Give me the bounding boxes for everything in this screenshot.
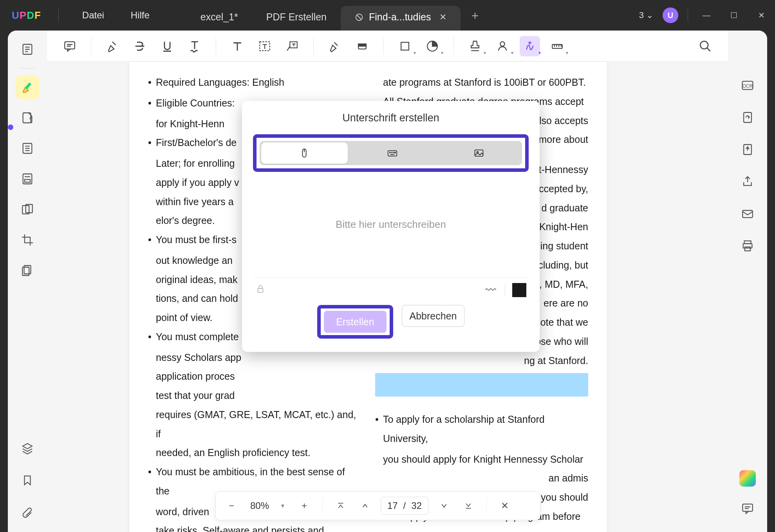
zoom-in-button[interactable]: + (296, 497, 313, 514)
document-tabs: excel_1* PDF Erstellen Find-a...tudies ✕… (186, 0, 490, 31)
svg-rect-60 (742, 504, 753, 511)
open-docs-count[interactable]: 3⌄ (639, 10, 653, 20)
mode-mouse[interactable] (261, 142, 348, 164)
convert-icon[interactable] (736, 106, 759, 129)
text: ng at Stanford. (375, 351, 588, 370)
outline-icon[interactable] (16, 137, 39, 160)
svg-point-31 (500, 41, 504, 46)
ocr-icon[interactable]: OCR (736, 74, 759, 97)
next-page-button[interactable] (435, 497, 453, 514)
highlighter-icon[interactable] (16, 76, 39, 99)
signature-canvas[interactable]: Bitte hier unterschreiben (253, 172, 529, 278)
page-navigator: − 80%▼ + 17 / 32 ✕ (215, 491, 540, 520)
svg-rect-59 (745, 247, 750, 251)
print-icon[interactable] (736, 234, 759, 258)
measure-tool[interactable]: ▾ (547, 36, 567, 56)
mode-image[interactable] (435, 141, 522, 165)
pencil-tool[interactable] (325, 36, 345, 56)
svg-point-37 (700, 41, 708, 49)
annotation-toolbar: ▾ ▾ ▾ ▾ ▾ ▾ (47, 31, 728, 62)
svg-point-42 (390, 152, 390, 153)
create-button[interactable]: Erstellen (324, 311, 387, 333)
zoom-out-button[interactable]: − (223, 497, 240, 514)
crop-icon[interactable] (16, 228, 39, 252)
comment-tool[interactable] (60, 36, 80, 56)
note-tool-icon[interactable] (16, 106, 39, 130)
svg-rect-27 (358, 44, 366, 46)
export-icon[interactable] (736, 138, 759, 161)
textbox-tool[interactable] (255, 36, 275, 56)
color-swatch[interactable] (512, 283, 526, 297)
placeholder-text: Bitte hier unterschreiben (336, 218, 446, 231)
text: Eligible Countries: (156, 97, 235, 108)
stamp-tool[interactable]: ▾ (465, 36, 485, 56)
text-tool[interactable] (227, 36, 247, 56)
text: test that your grad (148, 386, 361, 405)
lock-icon[interactable] (255, 284, 266, 297)
canvas: ▾ ▾ ▾ ▾ ▾ ▾ Required Languages: English … (47, 31, 728, 532)
text: You must be first-s (156, 234, 237, 245)
modal-title: Unterschrift erstellen (253, 112, 529, 124)
tutorial-highlight-create: Erstellen (317, 305, 393, 339)
text: needed, an English proficiency test. (148, 443, 361, 462)
strikethrough-tool[interactable] (130, 36, 150, 56)
tab-label: PDF Erstellen (266, 11, 327, 23)
close-button[interactable]: ✕ (752, 6, 770, 24)
search-icon[interactable] (695, 36, 715, 56)
signature-tool[interactable]: ▾ (520, 36, 540, 56)
menu-help[interactable]: Hilfe (131, 10, 150, 21)
first-page-button[interactable] (332, 497, 349, 514)
signature-mode-tabs (260, 141, 522, 165)
sticker-tool[interactable]: ▾ (422, 36, 443, 56)
svg-point-44 (394, 152, 394, 153)
email-icon[interactable] (736, 202, 759, 225)
comments-panel-icon[interactable] (736, 497, 759, 520)
avatar[interactable]: U (663, 7, 678, 23)
sign-tool[interactable]: ▾ (492, 36, 513, 56)
main-area: ▾ ▾ ▾ ▾ ▾ ▾ Required Languages: English … (8, 31, 767, 532)
compare-icon[interactable] (16, 198, 39, 221)
ai-assistant-icon[interactable] (739, 470, 756, 487)
close-icon[interactable]: ✕ (439, 12, 446, 22)
underline-tool[interactable] (157, 36, 177, 56)
app-logo: UPDF (12, 9, 41, 22)
cancel-button[interactable]: Abbrechen (402, 305, 464, 327)
zoom-dropdown[interactable]: 80%▼ (247, 500, 289, 511)
tab-excel[interactable]: excel_1* (186, 6, 252, 31)
add-tab-button[interactable]: ＋ (461, 7, 490, 23)
svg-line-38 (707, 48, 710, 51)
svg-line-1 (357, 15, 361, 19)
callout-tool[interactable] (282, 36, 302, 56)
page-number-input[interactable]: 17 / 32 (381, 497, 428, 515)
highlight-tool[interactable] (102, 36, 123, 56)
pages-icon[interactable] (16, 259, 39, 282)
thumbnails-icon[interactable] (16, 38, 39, 61)
no-sign-icon (355, 13, 363, 22)
layers-icon[interactable] (16, 436, 39, 460)
form-icon[interactable] (16, 167, 39, 191)
svg-rect-49 (258, 288, 263, 292)
title-bar: UPDF Datei Hilfe excel_1* PDF Erstellen … (0, 0, 775, 31)
text: an admis (375, 469, 588, 488)
attachment-icon[interactable] (16, 501, 39, 524)
maximize-button[interactable]: ☐ (725, 6, 743, 24)
svg-rect-41 (388, 151, 397, 156)
prev-page-button[interactable] (356, 497, 374, 514)
close-nav-button[interactable]: ✕ (496, 497, 513, 514)
share-icon[interactable] (736, 170, 759, 193)
eraser-tool[interactable] (352, 36, 372, 56)
tab-pdf-erstellen[interactable]: PDF Erstellen (252, 6, 341, 31)
minimize-button[interactable]: — (697, 6, 715, 24)
svg-text:OCR: OCR (742, 83, 753, 89)
signature-modal: Unterschrift erstellen Bitte hier unters… (242, 101, 540, 352)
shape-tool[interactable]: ▾ (395, 36, 415, 56)
squiggly-tool[interactable] (184, 36, 205, 56)
stroke-style[interactable]: 〰 (485, 284, 496, 297)
last-page-button[interactable] (460, 497, 477, 514)
svg-point-45 (395, 152, 396, 153)
menu-file[interactable]: Datei (82, 10, 104, 21)
mode-keyboard[interactable] (349, 141, 436, 165)
tab-label: excel_1* (201, 11, 238, 23)
bookmark-icon[interactable] (16, 469, 39, 492)
tab-find-studies[interactable]: Find-a...tudies ✕ (341, 6, 461, 31)
